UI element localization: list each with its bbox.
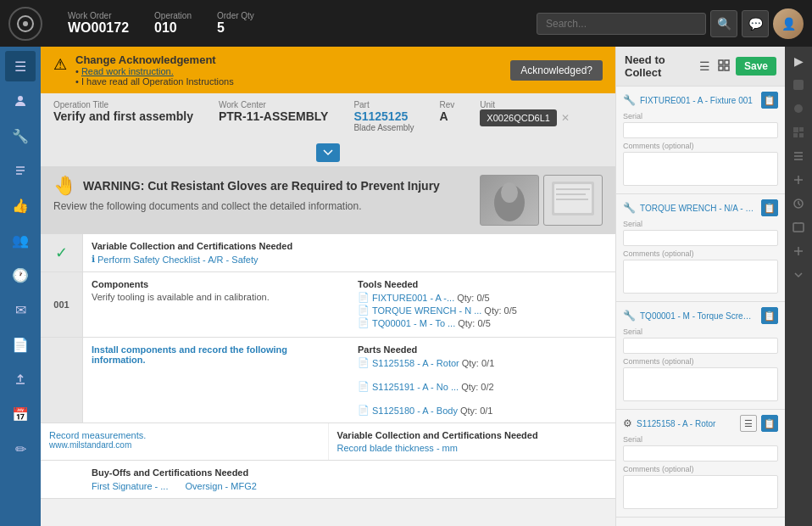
sidebar-item-wrench[interactable]: 🔧 [5,120,36,151]
tool-name-2[interactable]: TORQUE WRENCH - N ... [372,305,481,316]
install-link[interactable]: Install components and record the follow… [92,344,341,365]
safety-checklist-link[interactable]: ℹ Perform Safety Checklist - A/R - Safet… [92,254,607,265]
sidebar-item-list[interactable] [5,155,36,186]
far-icon-7[interactable] [788,217,809,238]
sidebar-item-menu[interactable]: ☰ [5,51,36,81]
row-001-left: Components Verify tooling is available a… [92,279,341,330]
right-panel-grid-button[interactable] [716,58,731,76]
chat-button[interactable]: 💬 [742,10,769,37]
tool-name-3[interactable]: TQ00001 - M - To ... [372,318,455,328]
sidebar-item-upload[interactable] [5,364,36,394]
sidebar-item-clock[interactable]: 🕐 [5,260,36,290]
svg-rect-22 [793,133,798,137]
collect-name-screwdriver: TQ00001 - M - Torque Screwdriver [640,311,757,321]
left-sidebar: ☰ 🔧 👍 👥 🕐 ✉ 📄 📅 ✏ [0,47,41,526]
far-icon-5[interactable] [788,170,809,190]
comments-textarea-2[interactable] [623,260,778,294]
op-title-label: Operation Title [53,100,193,109]
unit-clear-icon[interactable]: ✕ [561,112,570,124]
serial-input-2[interactable] [623,230,778,246]
main-area: ☰ 🔧 👍 👥 🕐 ✉ 📄 📅 ✏ ⚠ Change Acknowledgeme… [0,47,812,526]
rotor-action-btn[interactable]: 📋 [761,415,778,432]
warning-hand-icon: 🤚 [53,175,76,197]
work-area: 🤚 WARNING: Cut Resistant Gloves are Requ… [41,166,615,526]
sidebar-item-mail[interactable]: ✉ [5,294,36,325]
search-input[interactable] [537,13,706,35]
install-row-content: Install components and record the follow… [83,338,615,422]
sidebar-item-user[interactable] [5,86,36,116]
part-value[interactable]: S1125125 [353,109,414,123]
record-measurements-link[interactable]: Record measurements. [49,430,320,440]
torque-action-btn[interactable]: 📋 [761,199,778,216]
operation-info: Operation Title Verify and first assembl… [41,93,615,139]
part-label: Part [353,100,414,109]
serial-label-1: Serial [623,112,778,120]
search-button[interactable]: 🔍 [710,10,737,37]
serial-input-1[interactable] [623,122,778,138]
svg-point-8 [501,182,518,203]
check-icon: ✓ [55,243,68,262]
row-001: 001 Components Verify tooling is availab… [41,272,615,338]
far-icon-8[interactable] [788,241,809,261]
measurements-row: Record measurements. www.milstandard.com… [41,423,615,461]
buyoff-link-1[interactable]: First Signature - ... [92,481,168,491]
center-content: ⚠ Change Acknowledgement • Read work ins… [41,47,615,526]
tool-doc-icon-2: 📄 [358,305,370,316]
acknowledged-button[interactable]: Acknowledged? [510,60,603,81]
far-icon-9[interactable] [788,265,809,285]
svg-rect-18 [793,80,804,90]
svg-rect-10 [554,184,592,213]
collect-item-fixture: 🔧 FIXTURE001 - A - Fixture 001 📋 Serial … [616,87,785,194]
serial-label-3: Serial [623,327,778,336]
svg-line-29 [798,204,800,205]
sidebar-item-doc[interactable]: 📄 [5,329,36,360]
sidebar-item-group[interactable]: 👥 [5,225,36,255]
collect-name-torque: TORQUE WRENCH - N/A - WRENCH - TO... [640,204,757,213]
serial-input-3[interactable] [623,338,778,354]
far-icon-1[interactable] [788,75,809,95]
rotor-list-btn[interactable]: ☰ [740,415,757,432]
components-text: Verify tooling is available and in calib… [92,292,341,302]
warning-text: 🤚 WARNING: Cut Resistant Gloves are Requ… [53,175,467,212]
expand-button[interactable] [316,143,340,162]
record-blade-thickness-link[interactable]: Record blade thickness - mm [337,443,608,453]
far-icon-6[interactable] [788,193,809,214]
comments-textarea-4[interactable] [623,475,778,509]
screwdriver-action-btn[interactable]: 📋 [761,307,778,324]
fixture-action-btn[interactable]: 📋 [761,92,778,109]
part-qty-3: Qty: 0/1 [460,406,493,416]
far-icon-play[interactable]: ▶ [788,51,809,71]
user-avatar[interactable]: 👤 [773,8,804,39]
unit-select[interactable]: X0026QCD6L1 [480,109,557,126]
unit-label: Unit [480,100,570,109]
warning-image-2 [543,175,603,226]
buyoff-link-2[interactable]: Oversign - MFG2 [185,481,256,491]
far-right-bar: ▶ [785,47,812,526]
far-icon-2[interactable] [788,98,809,119]
comments-textarea-1[interactable] [623,152,778,186]
sidebar-item-thumbsup[interactable]: 👍 [5,190,36,221]
sidebar-item-calendar[interactable]: 📅 [5,399,36,429]
far-icon-4[interactable] [788,146,809,166]
comments-textarea-3[interactable] [623,367,778,401]
app-logo [8,7,42,41]
install-row: Install components and record the follow… [41,338,615,423]
save-button[interactable]: Save [736,57,776,76]
part-qty-2: Qty: 0/2 [461,382,494,392]
svg-rect-20 [793,127,798,132]
read-work-instruction-link[interactable]: Read work instruction. [81,66,174,76]
part-name-1[interactable]: S1125158 - A - Rotor [372,358,459,368]
right-panel-menu-button[interactable]: ☰ [698,58,712,75]
parts-needed-title: Parts Needed [358,344,607,355]
collect-name-fixture: FIXTURE001 - A - Fixture 001 [640,96,757,105]
far-icon-3[interactable] [788,122,809,143]
part-name-3[interactable]: S1125180 - A - Body [372,406,458,416]
part-name-2[interactable]: S1125191 - A - No ... [372,382,459,392]
sidebar-item-edit[interactable]: ✏ [5,434,36,464]
tool-name-1[interactable]: FIXTURE001 - A -... [372,293,454,303]
right-panel-header: Need to Collect ☰ Save [616,47,785,87]
expand-row [41,139,615,166]
serial-input-4[interactable] [623,445,778,462]
warning-section: 🤚 WARNING: Cut Resistant Gloves are Requ… [41,166,615,234]
meas-url[interactable]: www.milstandard.com [49,440,320,450]
